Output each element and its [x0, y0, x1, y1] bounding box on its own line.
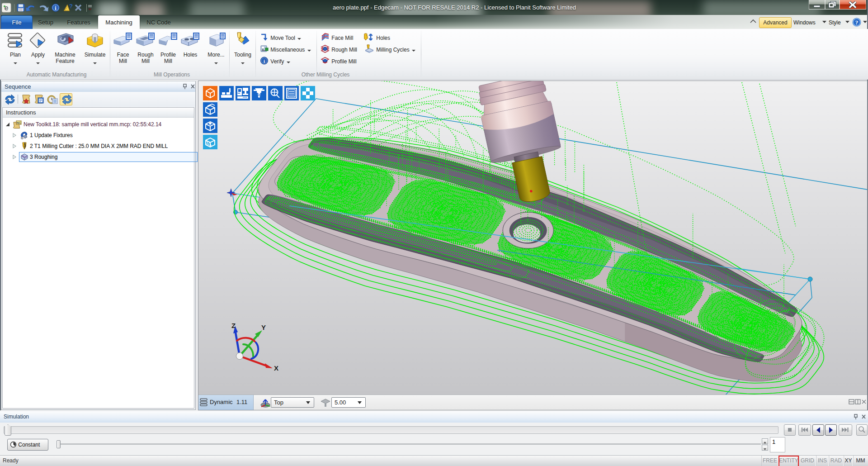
svg-text:?: ? [855, 19, 859, 26]
svg-text:Z: Z [231, 322, 236, 329]
svg-text:i: i [264, 58, 265, 64]
svg-text:NC: NC [16, 121, 21, 124]
svg-text:?: ? [69, 3, 73, 10]
svg-text:X: X [274, 364, 278, 372]
svg-text:Y: Y [261, 323, 266, 331]
svg-text:e: e [5, 4, 9, 12]
